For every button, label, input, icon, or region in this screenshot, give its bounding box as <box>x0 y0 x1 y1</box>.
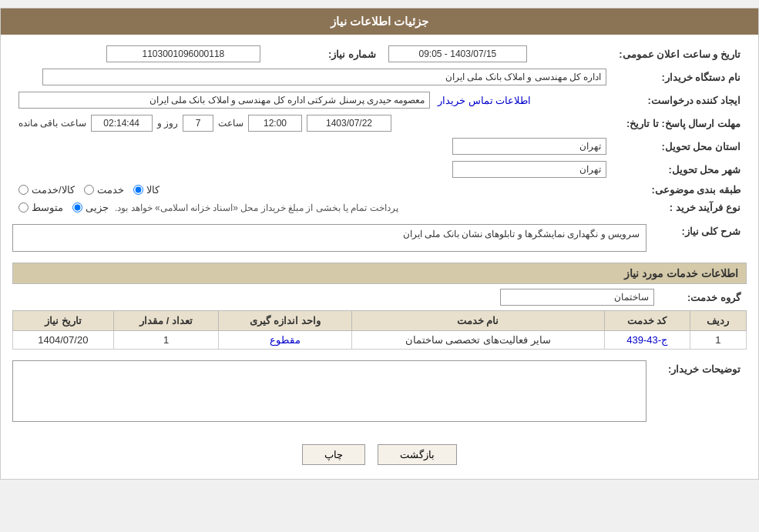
services-section-title: اطلاعات خدمات مورد نیاز <box>12 263 747 284</box>
general-description-label: شرح کلی نیاز: <box>646 221 747 242</box>
time-label: ساعت <box>218 118 243 129</box>
service-group-row: گروه خدمت: ساختمان <box>12 289 747 306</box>
purchase-jozvi-label: جزیی <box>86 202 109 213</box>
buyer-description-textarea[interactable] <box>12 360 646 422</box>
purchase-jozvi-option[interactable]: جزیی <box>72 202 109 213</box>
col-row: ردیف <box>690 311 746 331</box>
col-name: نام خدمت <box>351 311 604 331</box>
category-kala-khedmat-label: کالا/خدمت <box>32 184 75 196</box>
city-label: شهر محل تحویل: <box>613 158 747 181</box>
col-date: تاریخ نیاز <box>13 311 114 331</box>
services-table: ردیف کد خدمت نام خدمت واحد اندازه گیری ت… <box>12 310 747 350</box>
table-row: 1 ج-43-439 سایر فعالیت‌های تخصصی ساختمان… <box>13 331 747 350</box>
general-description-input: سرویس و نگهداری نمایشگرها و تابلوهای نشا… <box>12 224 646 252</box>
category-kala-khedmat-radio[interactable] <box>18 185 29 195</box>
province-label: استان محل تحویل: <box>613 135 747 158</box>
time-input: 12:00 <box>248 115 302 132</box>
buyer-org-value: اداره کل مهندسی و املاک بانک ملی ایران <box>12 65 613 89</box>
purchase-type-row: متوسط جزیی پرداخت تمام یا بخشی از مبلغ خ… <box>12 199 613 216</box>
province-input: تهران <box>452 138 606 155</box>
page-title: جزئیات اطلاعات نیاز <box>1 8 758 35</box>
remaining-input: 02:14:44 <box>91 115 153 132</box>
city-value: تهران <box>12 158 613 181</box>
creator-label: ایجاد کننده درخواست: <box>613 89 747 112</box>
cell-name: سایر فعالیت‌های تخصصی ساختمان <box>351 331 604 350</box>
category-kala-label: کالا <box>146 184 160 196</box>
date-input: 1403/07/22 <box>307 115 391 132</box>
print-button[interactable]: چاپ <box>302 444 365 465</box>
buyer-description-section: توضیحات خریدار: <box>12 357 747 427</box>
request-number-value: 1103001096000118 <box>12 42 267 65</box>
back-button[interactable]: بازگشت <box>378 444 457 465</box>
category-kala-khedmat-option[interactable]: کالا/خدمت <box>18 184 75 196</box>
creator-contact-link[interactable]: اطلاعات تماس خریدار <box>438 95 531 106</box>
deadline-label: مهلت ارسال پاسخ: تا تاریخ: <box>613 112 747 135</box>
category-khedmat-label: خدمت <box>97 184 124 196</box>
buyer-description-label: توضیحات خریدار: <box>646 357 747 375</box>
request-number-input: 1103001096000118 <box>106 45 260 62</box>
city-input: تهران <box>452 161 606 178</box>
cell-quantity: 1 <box>113 331 219 350</box>
purchase-motavaset-option[interactable]: متوسط <box>18 202 63 213</box>
category-kala-radio[interactable] <box>133 185 143 195</box>
request-number-label: شماره نیاز: <box>267 42 382 65</box>
announcement-value: 1403/07/15 - 09:05 <box>382 42 613 65</box>
cell-date: 1404/07/20 <box>13 331 114 350</box>
buyer-org-label: نام دستگاه خریدار: <box>613 65 747 89</box>
service-group-label: گروه خدمت: <box>654 292 747 303</box>
general-description-section: شرح کلی نیاز: سرویس و نگهداری نمایشگرها … <box>12 221 747 255</box>
service-group-input: ساختمان <box>500 289 654 306</box>
col-code: کد خدمت <box>604 311 690 331</box>
creator-value: معصومه حیدری پرسنل شرکتی اداره کل مهندسی… <box>12 89 613 112</box>
category-khedmat-option[interactable]: خدمت <box>84 184 124 196</box>
category-khedmat-radio[interactable] <box>84 185 94 195</box>
announcement-input: 1403/07/15 - 09:05 <box>388 45 527 62</box>
purchase-jozvi-radio[interactable] <box>72 202 82 212</box>
cell-code: ج-43-439 <box>604 331 690 350</box>
buyer-org-input: اداره کل مهندسی و املاک بانک ملی ایران <box>42 69 607 85</box>
days-label: روز و <box>157 118 178 129</box>
info-table: تاریخ و ساعت اعلان عمومی: 1403/07/15 - 0… <box>12 42 747 216</box>
days-input: 7 <box>183 115 213 132</box>
col-unit: واحد اندازه گیری <box>219 311 351 331</box>
col-quantity: تعداد / مقدار <box>113 311 219 331</box>
general-description-input-wrapper: سرویس و نگهداری نمایشگرها و تابلوهای نشا… <box>12 221 646 255</box>
deadline-row: ساعت باقی مانده 02:14:44 روز و 7 ساعت 12… <box>12 112 613 135</box>
category-radios: کالا/خدمت خدمت کالا <box>12 181 613 199</box>
button-row: بازگشت چاپ <box>12 435 747 471</box>
category-kala-option[interactable]: کالا <box>133 184 160 196</box>
province-value: تهران <box>12 135 613 158</box>
purchase-description: پرداخت تمام یا بخشی از مبلغ خریداز محل «… <box>115 202 398 213</box>
purchase-motavaset-radio[interactable] <box>18 202 29 212</box>
purchase-type-label: نوع فرآیند خرید : <box>613 199 747 216</box>
cell-row: 1 <box>690 331 746 350</box>
purchase-motavaset-label: متوسط <box>32 202 63 213</box>
remaining-label: ساعت باقی مانده <box>18 118 86 129</box>
category-label: طبقه بندی موضوعی: <box>613 181 747 199</box>
creator-input: معصومه حیدری پرسنل شرکتی اداره کل مهندسی… <box>18 92 430 109</box>
announcement-label: تاریخ و ساعت اعلان عمومی: <box>613 42 747 65</box>
cell-unit: مقطوع <box>219 331 351 350</box>
buyer-description-input-wrapper <box>12 357 646 427</box>
